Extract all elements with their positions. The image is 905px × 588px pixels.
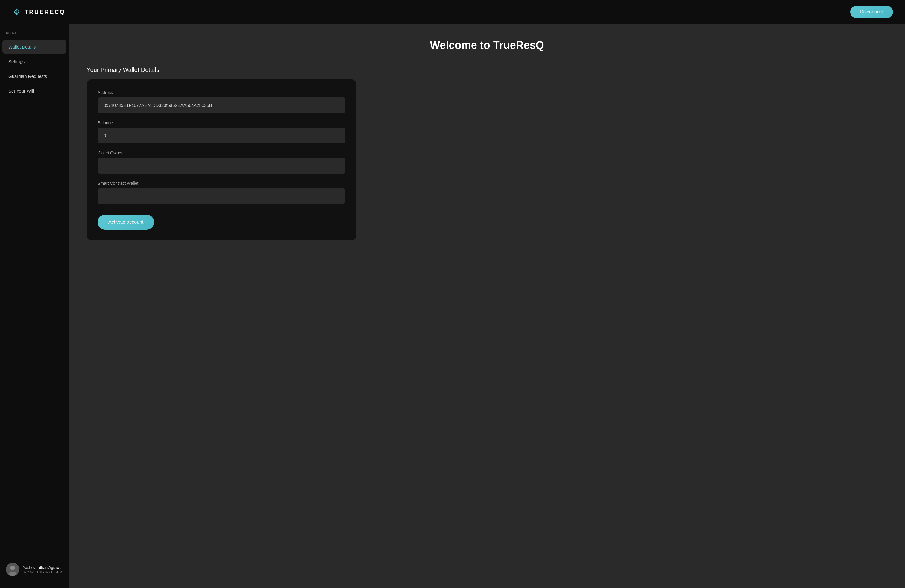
- smart-contract-field-group: Smart Contract Wallet: [98, 181, 345, 204]
- balance-label: Balance: [98, 120, 345, 125]
- sidebar-footer: Yashovardhan Agrawal 0x710735E1Fc677AEb1…: [0, 558, 69, 581]
- address-field-group: Address: [98, 90, 345, 113]
- menu-label: MENU: [0, 31, 69, 40]
- wallet-owner-field-group: Wallet Owner: [98, 151, 345, 174]
- activate-account-button[interactable]: Activate account: [98, 215, 154, 230]
- sidebar-item-guardian-requests[interactable]: Guardian Requests: [2, 70, 67, 83]
- balance-input[interactable]: [98, 127, 345, 143]
- main-layout: MENU Wallet Details Settings Guardian Re…: [0, 24, 905, 588]
- sidebar-item-wallet-details[interactable]: Wallet Details: [2, 40, 67, 54]
- smart-contract-label: Smart Contract Wallet: [98, 181, 345, 186]
- logo-icon: [12, 7, 22, 17]
- disconnect-button[interactable]: Disconnect: [850, 6, 893, 18]
- logo-text: TRUERЕСQ: [25, 9, 65, 16]
- user-info: Yashovardhan Agrawal 0x710735E1Fc677AEb1…: [23, 565, 63, 574]
- wallet-owner-input[interactable]: [98, 158, 345, 174]
- user-name: Yashovardhan Agrawal: [23, 565, 63, 570]
- wallet-owner-label: Wallet Owner: [98, 151, 345, 156]
- content-area: Welcome to TrueResQ Your Primary Wallet …: [69, 24, 905, 588]
- address-input[interactable]: [98, 97, 345, 113]
- sidebar: MENU Wallet Details Settings Guardian Re…: [0, 24, 69, 588]
- address-label: Address: [98, 90, 345, 95]
- header: TRUERЕСQ Disconnect: [0, 0, 905, 24]
- user-address: 0x710735E1Fc677AEb1DC: [23, 571, 63, 574]
- sidebar-item-set-your-will[interactable]: Set Your Will: [2, 84, 67, 98]
- logo: TRUERЕСQ: [12, 7, 65, 17]
- smart-contract-input[interactable]: [98, 188, 345, 204]
- balance-field-group: Balance: [98, 120, 345, 143]
- wallet-details-card: Address Balance Wallet Owner Smart Contr…: [87, 79, 356, 240]
- svg-point-3: [10, 566, 15, 571]
- sidebar-item-settings[interactable]: Settings: [2, 55, 67, 68]
- avatar: [6, 563, 19, 576]
- section-title: Your Primary Wallet Details: [87, 67, 887, 73]
- page-title: Welcome to TrueResQ: [87, 39, 887, 51]
